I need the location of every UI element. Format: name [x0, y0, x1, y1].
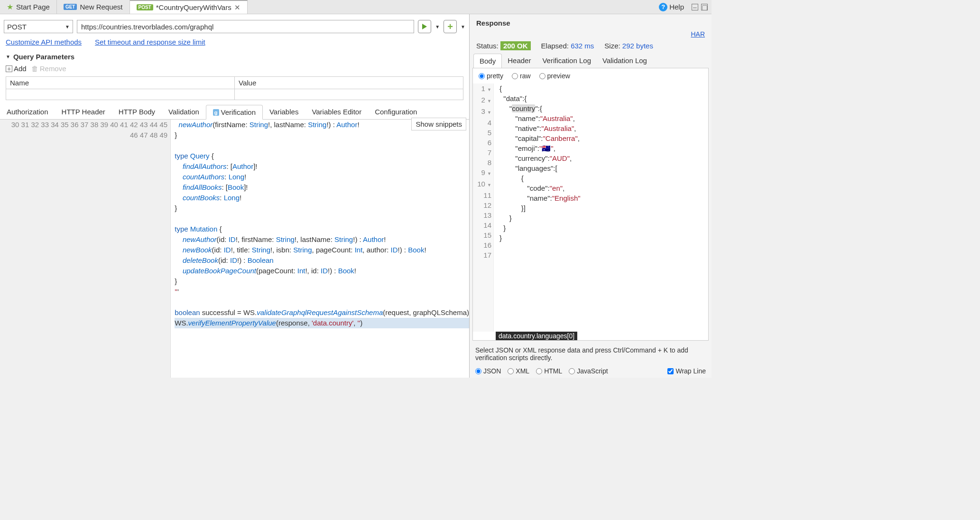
remove-param-button[interactable]: 🗑Remove — [31, 65, 66, 73]
tab-authorization[interactable]: Authorization — [0, 105, 55, 119]
url-value: https://countries.trevorblades.com/graph… — [81, 23, 213, 31]
resp-tab-header[interactable]: Header — [502, 54, 536, 68]
close-icon[interactable]: ✕ — [234, 3, 240, 12]
status-label: Status: — [476, 42, 499, 50]
json-response-view[interactable]: 1 ▼2 ▼3 ▼456789 ▼10 ▼11121314151617 { "d… — [473, 84, 708, 332]
set-timeout-link[interactable]: Set timeout and response size limit — [95, 38, 205, 46]
tab-country-query[interactable]: POST *CountryQueryWithVars ✕ — [130, 0, 248, 14]
hint-text: Select JSON or XML response data and pre… — [470, 344, 712, 364]
tab-variables-editor[interactable]: Variables Editor — [305, 105, 368, 119]
wrap-line-checkbox[interactable]: Wrap Line — [667, 367, 706, 375]
get-badge-icon: GET — [64, 4, 77, 10]
tab-configuration[interactable]: Configuration — [368, 105, 424, 119]
table-row[interactable] — [6, 89, 463, 100]
status-badge: 200 OK — [500, 41, 531, 50]
tab-verification[interactable]: gVerification — [206, 105, 263, 120]
plus-icon: + — [6, 65, 12, 72]
json-path-badge: data.country.languages[0] — [496, 332, 577, 340]
editor-tabs: ★ Start Page GET New Request POST *Count… — [0, 0, 712, 14]
lang-xml[interactable]: XML — [508, 367, 529, 375]
help-button[interactable]: ? Help — [655, 0, 688, 14]
chevron-down-icon[interactable]: ▼ — [435, 24, 440, 29]
tab-start-page[interactable]: ★ Start Page — [0, 0, 57, 14]
trash-icon: 🗑 — [31, 65, 38, 73]
response-title: Response — [470, 14, 712, 30]
chevron-down-icon[interactable]: ▼ — [461, 24, 465, 29]
play-icon — [422, 24, 427, 29]
fmt-raw[interactable]: raw — [512, 72, 531, 80]
method-value: POST — [7, 23, 27, 31]
tab-validation[interactable]: Validation — [162, 105, 206, 119]
show-snippets-button[interactable]: Show snippets — [411, 118, 466, 130]
tab-label: New Request — [80, 3, 122, 11]
http-method-select[interactable]: POST ▼ — [4, 20, 73, 33]
help-icon: ? — [659, 3, 667, 11]
run-button[interactable] — [418, 20, 431, 33]
tab-label: *CountryQueryWithVars — [156, 3, 231, 11]
tab-variables[interactable]: Variables — [263, 105, 305, 119]
url-input[interactable]: https://countries.trevorblades.com/graph… — [77, 20, 414, 33]
size-value: 292 bytes — [622, 42, 653, 50]
fmt-pretty[interactable]: pretty — [479, 72, 503, 80]
add-param-button[interactable]: +Add — [6, 65, 27, 73]
resp-tab-body[interactable]: Body — [473, 54, 502, 68]
post-badge-icon: POST — [137, 4, 153, 10]
col-name: Name — [6, 77, 235, 89]
help-label: Help — [669, 3, 684, 11]
minimize-icon[interactable]: – — [692, 4, 698, 10]
resp-tab-verification-log[interactable]: Verification Log — [536, 54, 597, 68]
tab-http-header[interactable]: HTTP Header — [55, 105, 112, 119]
col-value: Value — [235, 77, 463, 89]
resp-tab-validation-log[interactable]: Validation Log — [597, 54, 653, 68]
code-editor[interactable]: 30 31 32 33 34 35 36 37 38 39 40 41 42 4… — [0, 120, 469, 378]
elapsed-label: Elapsed: — [541, 42, 569, 50]
lang-html[interactable]: HTML — [536, 367, 562, 375]
script-icon: g — [213, 109, 219, 116]
chevron-down-icon[interactable]: ▼ — [6, 54, 10, 59]
tab-http-body[interactable]: HTTP Body — [112, 105, 162, 119]
lang-json[interactable]: JSON — [475, 367, 501, 375]
maximize-icon[interactable]: ▢ — [701, 4, 708, 10]
add-button[interactable]: + — [444, 20, 457, 33]
section-title: Query Parameters — [13, 53, 74, 61]
fmt-preview[interactable]: preview — [539, 72, 570, 80]
line-gutter: 30 31 32 33 34 35 36 37 38 39 40 41 42 4… — [0, 120, 171, 378]
har-link[interactable]: HAR — [691, 30, 705, 38]
star-icon: ★ — [7, 2, 13, 11]
tab-label: Start Page — [16, 3, 50, 11]
size-label: Size: — [604, 42, 620, 50]
elapsed-value: 632 ms — [571, 42, 594, 50]
chevron-down-icon: ▼ — [65, 24, 70, 29]
customize-api-link[interactable]: Customize API methods — [6, 38, 82, 46]
tab-new-request[interactable]: GET New Request — [57, 0, 130, 14]
lang-javascript[interactable]: JavaScript — [569, 367, 608, 375]
params-table: Name Value — [6, 76, 463, 100]
